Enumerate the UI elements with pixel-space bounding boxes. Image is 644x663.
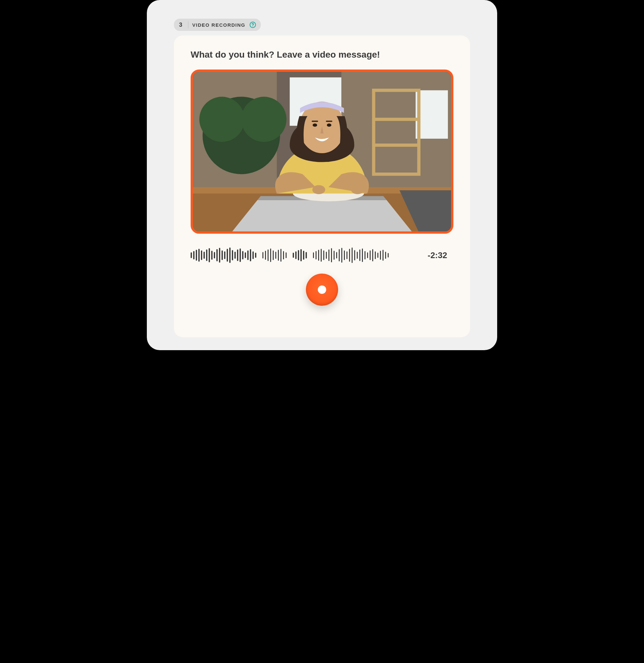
video-preview[interactable] xyxy=(191,70,453,234)
svg-point-20 xyxy=(327,123,331,127)
question-circle-icon[interactable] xyxy=(249,21,256,28)
svg-rect-22 xyxy=(326,121,332,122)
step-number: 3 xyxy=(177,22,184,28)
recording-card: What do you think? Leave a video message… xyxy=(174,36,470,337)
step-header: 3 VIDEO RECORDING xyxy=(174,19,261,31)
record-button[interactable] xyxy=(306,274,338,306)
svg-marker-14 xyxy=(231,200,412,231)
prompt-title: What do you think? Leave a video message… xyxy=(191,50,453,60)
divider xyxy=(188,21,188,28)
app-panel: 3 VIDEO RECORDING What do you think? Lea… xyxy=(147,0,497,350)
svg-point-23 xyxy=(312,185,325,194)
svg-point-24 xyxy=(351,185,364,194)
svg-point-1 xyxy=(252,26,253,27)
svg-rect-21 xyxy=(312,121,318,122)
controls-row: -2:32 xyxy=(191,247,453,264)
svg-point-19 xyxy=(313,123,317,127)
time-remaining: -2:32 xyxy=(428,250,453,260)
audio-waveform[interactable] xyxy=(191,247,416,264)
step-label: VIDEO RECORDING xyxy=(192,22,245,28)
svg-point-7 xyxy=(199,97,244,142)
svg-point-8 xyxy=(241,97,286,142)
record-row xyxy=(191,274,453,306)
